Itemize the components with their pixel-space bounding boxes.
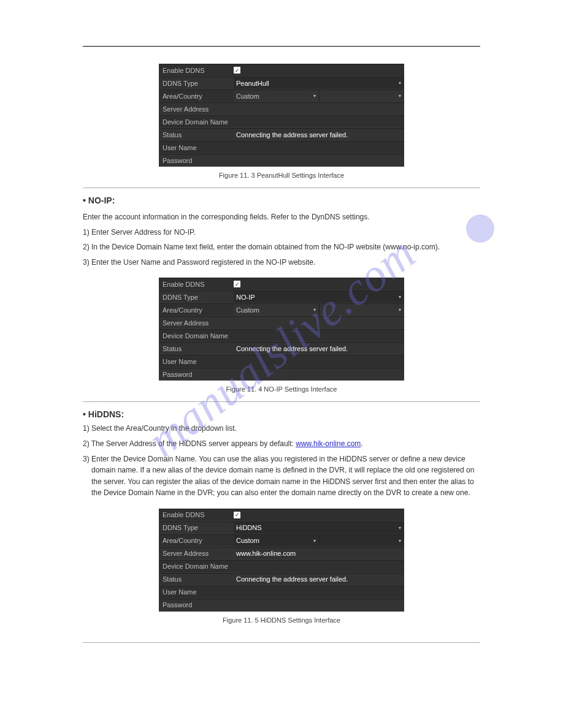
device-domain-label: Device Domain Name [159, 332, 234, 339]
ddns-panel-hiddns: Enable DDNS✓ DDNS TypeHiDDNS▾ Area/Count… [159, 509, 404, 612]
country-dropdown[interactable]: ▾ [320, 90, 405, 102]
enable-ddns-label: Enable DDNS [159, 511, 234, 518]
chevron-down-icon: ▾ [313, 538, 316, 544]
step-text: 2) The Server Address of the HiDDNS serv… [83, 438, 480, 450]
chevron-down-icon: ▾ [399, 307, 401, 313]
figure-caption: Figure 11. 4 NO-IP Settings Interface [83, 385, 480, 393]
device-domain-label: Device Domain Name [159, 563, 234, 570]
step-text: 3) Enter the Device Domain Name. You can… [83, 453, 480, 499]
chevron-down-icon: ▾ [399, 525, 401, 531]
ddns-type-label: DDNS Type [159, 524, 234, 531]
step-text: 1) Select the Area/Country in the dropdo… [83, 423, 480, 434]
enable-ddns-checkbox[interactable]: ✓ [234, 512, 240, 518]
header-rule [83, 37, 480, 47]
ddns-panel-peanuthull: Enable DDNS✓ DDNS TypePeanutHull▾ Area/C… [159, 64, 404, 167]
area-country-label: Area/Country [159, 306, 234, 314]
ddns-panel-noip: Enable DDNS✓ DDNS TypeNO-IP▾ Area/Countr… [159, 278, 404, 381]
chevron-down-icon: ▾ [313, 93, 316, 99]
footer-rule [83, 642, 480, 643]
ddns-type-dropdown[interactable]: PeanutHull▾ [234, 77, 404, 89]
section-title: • NO-IP: [83, 195, 480, 205]
page: manualslive.com Enable DDNS✓ DDNS TypePe… [0, 0, 563, 692]
figure-caption: Figure 11. 5 HiDDNS Settings Interface [83, 616, 480, 624]
username-label: User Name [159, 588, 234, 596]
enable-ddns-label: Enable DDNS [159, 67, 234, 74]
ddns-type-dropdown[interactable]: HiDDNS▾ [234, 522, 404, 534]
area-country-label: Area/Country [159, 537, 234, 544]
server-address-label: Server Address [159, 550, 234, 557]
server-address-label: Server Address [159, 105, 234, 113]
section-hiddns: • HiDDNS: 1) Select the Area/Country in … [83, 401, 480, 499]
hik-online-link[interactable]: www.hik-online.com [296, 439, 361, 448]
step-text: 2) In the Device Domain Name text field,… [83, 241, 480, 253]
password-label: Password [159, 371, 234, 378]
status-label: Status [159, 345, 234, 352]
section-intro: Enter the account information in the cor… [83, 211, 480, 223]
figure-caption: Figure 11. 3 PeanutHull Settings Interfa… [83, 172, 480, 179]
enable-ddns-checkbox[interactable]: ✓ [234, 281, 240, 287]
device-domain-label: Device Domain Name [159, 118, 234, 126]
section-title: • HiDDNS: [83, 409, 480, 419]
username-label: User Name [159, 144, 234, 151]
area-dropdown[interactable]: Custom▾ [234, 90, 320, 102]
status-value: Connecting the address server failed. [234, 575, 348, 583]
username-label: User Name [159, 358, 234, 365]
status-label: Status [159, 131, 234, 138]
section-noip: • NO-IP: Enter the account information i… [83, 188, 480, 268]
server-address-label: Server Address [159, 319, 234, 327]
chevron-down-icon: ▾ [399, 80, 401, 86]
chevron-down-icon: ▾ [313, 307, 316, 313]
ddns-type-label: DDNS Type [159, 80, 234, 87]
ddns-type-label: DDNS Type [159, 294, 234, 301]
step-text: 1) Enter Server Address for NO-IP. [83, 227, 480, 238]
status-label: Status [159, 575, 234, 583]
enable-ddns-label: Enable DDNS [159, 281, 234, 288]
step-text: 3) Enter the User Name and Password regi… [83, 257, 480, 268]
password-label: Password [159, 157, 234, 164]
chevron-down-icon: ▾ [399, 294, 401, 300]
country-dropdown[interactable]: ▾ [320, 535, 405, 547]
server-address-input[interactable]: www.hik-online.com [234, 550, 296, 557]
chevron-down-icon: ▾ [399, 93, 401, 99]
area-country-label: Area/Country [159, 93, 234, 100]
country-dropdown[interactable]: ▾ [320, 304, 405, 316]
ddns-type-dropdown[interactable]: NO-IP▾ [234, 291, 404, 303]
chevron-down-icon: ▾ [399, 538, 401, 544]
status-value: Connecting the address server failed. [234, 345, 348, 352]
status-value: Connecting the address server failed. [234, 131, 348, 138]
password-label: Password [159, 601, 234, 609]
enable-ddns-checkbox[interactable]: ✓ [234, 67, 240, 74]
area-dropdown[interactable]: Custom▾ [234, 304, 320, 316]
area-dropdown[interactable]: Custom▾ [234, 535, 320, 547]
